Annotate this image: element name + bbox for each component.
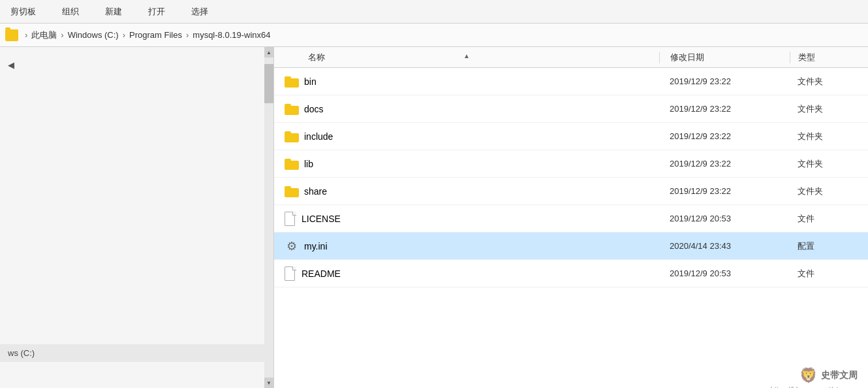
breadcrumb-sep-1: › — [25, 30, 27, 40]
file-name-text: docs — [304, 104, 324, 114]
file-name-text: lib — [304, 159, 313, 169]
col-header-type[interactable]: 类型 — [790, 52, 868, 63]
watermark-url: https://blog.osc.net/stonazy — [771, 385, 858, 388]
sidebar-arrow: ◀ — [8, 60, 266, 70]
table-row[interactable]: include2019/12/9 23:22文件夹 — [274, 123, 868, 150]
folder-icon — [285, 158, 299, 170]
watermark-logo: 🦁 — [799, 367, 817, 384]
folder-icon — [285, 76, 299, 88]
file-name-text: include — [304, 131, 333, 142]
sidebar-bottom-text: ws (C:) — [8, 348, 35, 358]
file-list-container: ▲ 名称 修改日期 类型 bin2019/12/9 23:22文件夹docs20… — [274, 47, 868, 388]
ini-file-icon: ⚙ — [285, 239, 299, 253]
scrollbar-down-button[interactable]: ▼ — [264, 378, 273, 388]
toolbar: 剪切板 组织 新建 打开 选择 — [0, 0, 868, 24]
file-name-cell: docs — [274, 103, 659, 115]
file-type-cell: 文件 — [790, 268, 868, 280]
sidebar: ▲ ▼ ◀ ws (C:) — [0, 47, 274, 388]
file-date-cell: 2019/12/9 23:22 — [659, 186, 790, 196]
breadcrumb: › 此电脑 › Windows (C:) › Program Files › m… — [0, 24, 868, 47]
file-name-cell: README — [274, 267, 659, 281]
file-date-cell: 2020/4/14 23:43 — [659, 241, 790, 251]
file-name-text: bin — [304, 76, 317, 87]
file-name-cell: include — [274, 131, 659, 142]
file-name-text: share — [304, 186, 327, 197]
file-date-cell: 2019/12/9 20:53 — [659, 214, 790, 223]
breadcrumb-mysql[interactable]: mysql-8.0.19-winx64 — [193, 30, 270, 40]
file-type-cell: 文件 — [790, 213, 868, 225]
folder-icon — [285, 131, 299, 142]
scrollbar-thumb[interactable] — [264, 64, 273, 103]
table-row[interactable]: bin2019/12/9 23:22文件夹 — [274, 68, 868, 95]
file-type-cell: 文件夹 — [790, 76, 868, 88]
scrollbar-track — [264, 57, 273, 378]
toolbar-clipboard[interactable]: 剪切板 — [5, 3, 41, 20]
breadcrumb-sep-2: › — [61, 30, 63, 40]
table-row[interactable]: docs2019/12/9 23:22文件夹 — [274, 95, 868, 123]
file-name-cell: share — [274, 186, 659, 197]
file-date-cell: 2019/12/9 23:22 — [659, 104, 790, 114]
file-name-cell: bin — [274, 76, 659, 88]
watermark: 🦁 史带文周 https://blog.osc.net/stonazy — [799, 367, 858, 384]
table-row[interactable]: LICENSE2019/12/9 20:53文件 — [274, 205, 868, 233]
file-name-text: my.ini — [304, 241, 328, 251]
file-type-cell: 配置 — [790, 240, 868, 252]
toolbar-select[interactable]: 选择 — [186, 3, 213, 20]
file-type-cell: 文件夹 — [790, 158, 868, 170]
scrollbar-up-button[interactable]: ▲ — [264, 47, 273, 57]
table-row[interactable]: ⚙my.ini2020/4/14 23:43配置 — [274, 233, 868, 260]
breadcrumb-sep-3: › — [123, 30, 125, 40]
breadcrumb-windows-c[interactable]: Windows (C:) — [68, 30, 119, 40]
file-name-text: README — [302, 268, 341, 279]
file-name-text: LICENSE — [302, 214, 341, 224]
folder-icon — [285, 186, 299, 197]
file-rows: bin2019/12/9 23:22文件夹docs2019/12/9 23:22… — [274, 68, 868, 388]
breadcrumb-program-files[interactable]: Program Files — [129, 30, 182, 40]
folder-icon — [5, 29, 18, 41]
file-icon — [285, 267, 296, 281]
table-row[interactable]: share2019/12/9 23:22文件夹 — [274, 178, 868, 205]
breadcrumb-sep-4: › — [186, 30, 189, 40]
sidebar-scrollbar[interactable]: ▲ ▼ — [264, 47, 273, 388]
file-date-cell: 2019/12/9 23:22 — [659, 131, 790, 141]
file-type-cell: 文件夹 — [790, 103, 868, 115]
sort-arrow: ▲ — [463, 52, 470, 61]
table-row[interactable]: README2019/12/9 20:53文件 — [274, 260, 868, 287]
file-date-cell: 2019/12/9 23:22 — [659, 159, 790, 169]
file-name-cell: ⚙my.ini — [274, 239, 659, 253]
file-date-cell: 2019/12/9 20:53 — [659, 268, 790, 278]
watermark-name: 史带文周 — [821, 370, 858, 381]
file-type-cell: 文件夹 — [790, 131, 868, 142]
toolbar-new[interactable]: 新建 — [100, 3, 127, 20]
col-header-name[interactable]: ▲ 名称 — [274, 52, 659, 63]
sidebar-bottom-item[interactable]: ws (C:) — [0, 344, 264, 362]
file-type-cell: 文件夹 — [790, 186, 868, 197]
main-container: ▲ ▼ ◀ ws (C:) ▲ 名称 修改日期 类型 — [0, 47, 868, 388]
col-name-label: 名称 — [308, 52, 325, 63]
toolbar-open[interactable]: 打开 — [143, 3, 170, 20]
folder-icon — [285, 103, 299, 115]
column-headers: ▲ 名称 修改日期 类型 — [274, 47, 868, 68]
file-name-cell: lib — [274, 158, 659, 170]
sidebar-scroll: ▲ ▼ ◀ — [0, 47, 273, 388]
sidebar-nav-item[interactable]: ◀ — [0, 47, 273, 88]
table-row[interactable]: lib2019/12/9 23:22文件夹 — [274, 150, 868, 178]
file-name-cell: LICENSE — [274, 212, 659, 226]
file-date-cell: 2019/12/9 23:22 — [659, 76, 790, 86]
toolbar-organize[interactable]: 组织 — [57, 3, 84, 20]
breadcrumb-this-pc[interactable]: 此电脑 — [31, 29, 57, 41]
file-icon — [285, 212, 296, 226]
col-header-date[interactable]: 修改日期 — [659, 52, 790, 63]
